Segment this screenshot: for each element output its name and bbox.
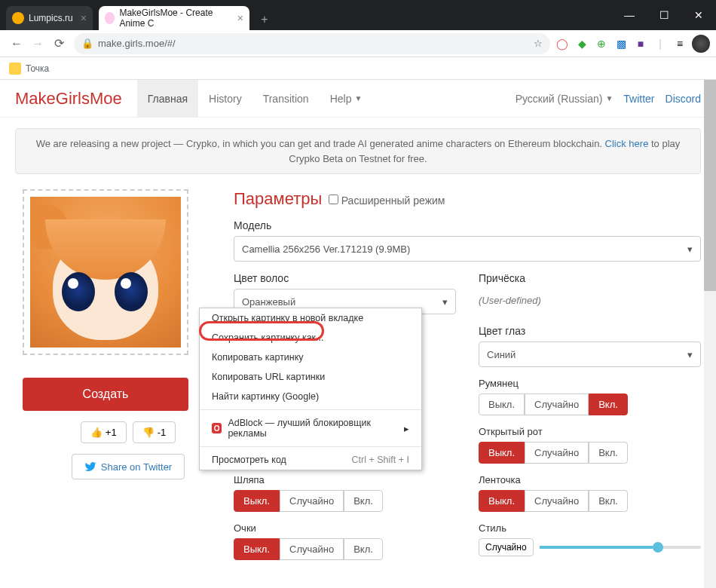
page-scrollbar[interactable]	[704, 80, 716, 588]
banner-link[interactable]: Click here	[605, 138, 649, 149]
thumbs-up-icon: 👍	[90, 427, 103, 438]
toggle-off[interactable]: Выкл.	[479, 442, 525, 464]
open-mouth-label: Открытый рот	[479, 426, 701, 437]
ext-opera-icon[interactable]: ◯	[555, 36, 570, 51]
toggle-random[interactable]: Случайно	[525, 394, 589, 415]
ctx-open-new-tab[interactable]: Открыть картинку в новой вкладке	[200, 308, 421, 328]
ribbon-label: Ленточка	[479, 474, 701, 485]
generated-anime-image[interactable]	[30, 197, 181, 348]
ribbon-toggle[interactable]: Выкл. Случайно Вкл.	[479, 490, 701, 512]
create-button[interactable]: Создать	[23, 378, 188, 411]
ctx-adblock[interactable]: OAdBlock — лучший блокировщик рекламы ▸	[200, 413, 421, 443]
ctx-separator	[200, 409, 421, 410]
adblock-icon: O	[212, 423, 222, 433]
nav-history[interactable]: History	[198, 80, 252, 118]
params-title: Параметры	[234, 189, 322, 208]
model-select[interactable]: Camellia 256x256 Ver.171219 (9.9MB)▾	[234, 236, 701, 262]
caret-down-icon: ▾	[442, 296, 448, 308]
toggle-on[interactable]: Вкл.	[589, 490, 628, 512]
style-random-button[interactable]: Случайно	[479, 538, 534, 556]
blush-toggle[interactable]: Выкл. Случайно Вкл.	[479, 394, 701, 415]
tab-close-icon[interactable]: ×	[237, 12, 243, 24]
window-close-button[interactable]: ✕	[681, 0, 716, 30]
toggle-random[interactable]: Случайно	[525, 490, 589, 512]
style-slider[interactable]: Случайно	[479, 538, 701, 556]
ctx-inspect[interactable]: Просмотреть код Ctrl + Shift + I	[200, 450, 421, 470]
toggle-on[interactable]: Вкл.	[589, 442, 628, 464]
announcement-banner: We are releasing a new project — Crypko,…	[15, 128, 701, 174]
advanced-mode-toggle[interactable]: Расширенный режим	[329, 194, 445, 207]
site-brand[interactable]: MakeGirlsMoe	[15, 89, 122, 109]
language-selector[interactable]: Русский (Russian)▼	[516, 93, 613, 105]
nav-reload-button[interactable]: ⟳	[48, 33, 69, 54]
reading-list-icon[interactable]: ≡	[672, 36, 687, 51]
url-text: make.girls.moe/#/	[98, 38, 176, 49]
new-tab-button[interactable]: +	[254, 9, 275, 30]
folder-icon	[9, 63, 21, 75]
window-maximize-button[interactable]: ☐	[647, 0, 681, 30]
nav-twitter-link[interactable]: Twitter	[623, 93, 654, 105]
ctx-copy-image[interactable]: Копировать картинку	[200, 348, 421, 367]
caret-down-icon: ▾	[687, 243, 693, 255]
tab-close-icon[interactable]: ×	[81, 12, 87, 24]
browser-tab-lumpics[interactable]: Lumpics.ru ×	[6, 6, 93, 30]
nav-home[interactable]: Главная	[137, 80, 198, 118]
bookmark-folder[interactable]: Точка	[26, 63, 49, 74]
window-minimize-button[interactable]: —	[612, 0, 647, 30]
toggle-random[interactable]: Случайно	[525, 442, 589, 464]
eye-color-label: Цвет глаз	[479, 325, 701, 337]
style-label: Стиль	[479, 522, 701, 534]
address-bar[interactable]: 🔒 make.girls.moe/#/ ☆	[74, 33, 550, 54]
toggle-on[interactable]: Вкл.	[344, 490, 383, 512]
nav-help[interactable]: Help▼	[320, 80, 373, 118]
toggle-on[interactable]: Вкл.	[589, 394, 628, 415]
scrollbar-thumb[interactable]	[704, 80, 716, 291]
downvote-button[interactable]: 👎-1	[133, 421, 176, 443]
favicon-lumpics	[12, 12, 24, 24]
toggle-random[interactable]: Случайно	[280, 538, 344, 560]
profile-avatar[interactable]	[692, 35, 710, 53]
nav-forward-button[interactable]: →	[27, 33, 48, 54]
ext-sep: |	[653, 36, 668, 51]
generated-image-container	[23, 189, 188, 355]
caret-down-icon: ▼	[605, 94, 613, 103]
toggle-off[interactable]: Выкл.	[234, 490, 280, 512]
toggle-off[interactable]: Выкл.	[234, 538, 280, 560]
bookmarks-bar: Точка	[0, 57, 716, 80]
lock-icon: 🔒	[81, 38, 93, 49]
eye-color-select[interactable]: Синий▾	[479, 341, 701, 367]
hair-color-label: Цвет волос	[234, 272, 456, 284]
tab-title: MakeGirlsMoe - Create Anime C	[119, 8, 229, 29]
shortcut-text: Ctrl + Shift + I	[352, 455, 409, 465]
nav-transition[interactable]: Transition	[252, 80, 320, 118]
hat-label: Шляпа	[234, 474, 456, 485]
hairstyle-value: (User-defined)	[479, 289, 701, 306]
ext-square-icon[interactable]: ■	[633, 36, 648, 51]
nav-back-button[interactable]: ←	[6, 33, 27, 54]
model-label: Модель	[234, 219, 701, 231]
browser-tab-active[interactable]: MakeGirlsMoe - Create Anime C ×	[99, 6, 249, 30]
hat-toggle[interactable]: Выкл. Случайно Вкл.	[234, 490, 456, 512]
toggle-off[interactable]: Выкл.	[479, 490, 525, 512]
ext-cube-icon[interactable]: ▩	[613, 36, 629, 51]
star-icon[interactable]: ☆	[534, 38, 543, 49]
upvote-button[interactable]: 👍+1	[81, 421, 127, 443]
share-twitter-button[interactable]: Share on Twitter	[72, 454, 185, 479]
site-navbar: MakeGirlsMoe Главная History Transition …	[0, 80, 716, 118]
caret-down-icon: ▾	[687, 349, 693, 360]
open-mouth-toggle[interactable]: Выкл. Случайно Вкл.	[479, 442, 701, 464]
ext-vpn-icon[interactable]: ◆	[574, 36, 589, 51]
glasses-toggle[interactable]: Выкл. Случайно Вкл.	[234, 538, 456, 560]
toggle-random[interactable]: Случайно	[280, 490, 344, 512]
hairstyle-label: Причёска	[479, 272, 701, 284]
ctx-search-google[interactable]: Найти картинку (Google)	[200, 387, 421, 406]
nav-discord-link[interactable]: Discord	[666, 93, 701, 105]
toggle-off[interactable]: Выкл.	[479, 394, 525, 415]
ext-globe-icon[interactable]: ⊕	[594, 36, 609, 51]
tab-title: Lumpics.ru	[29, 13, 73, 23]
ctx-separator	[200, 446, 421, 447]
ctx-copy-url[interactable]: Копировать URL картинки	[200, 367, 421, 387]
toggle-on[interactable]: Вкл.	[344, 538, 383, 560]
thumbs-down-icon: 👎	[142, 427, 155, 438]
ctx-save-image-as[interactable]: Сохранить картинку как...	[200, 328, 421, 348]
